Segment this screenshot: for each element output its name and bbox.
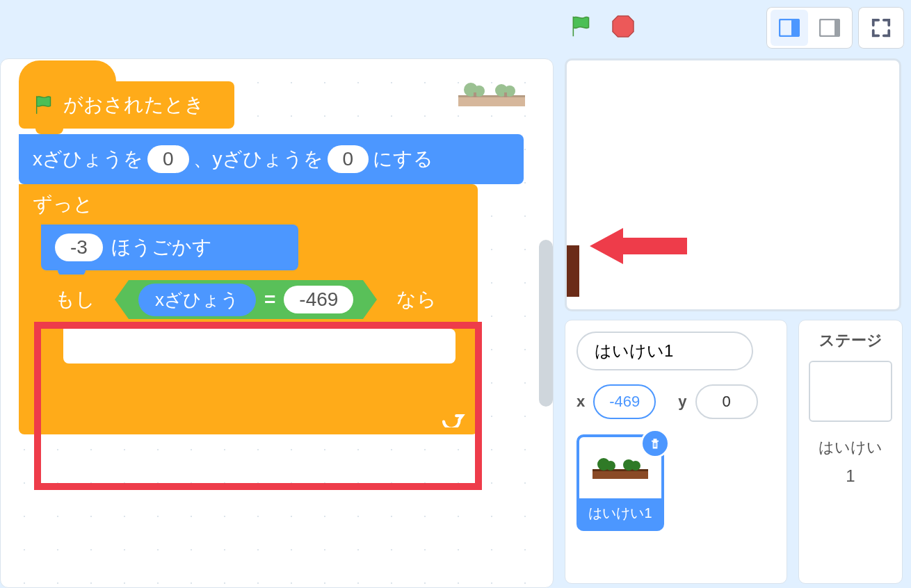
hat-label: がおされたとき [63,92,204,118]
svg-marker-0 [613,16,634,37]
if-prefix: もし [55,286,95,313]
svg-point-19 [606,461,615,471]
small-stage-button[interactable] [771,10,808,46]
goto-x-input[interactable]: 0 [147,145,189,173]
goto-xy-block[interactable]: xざひょうを 0 、yざひょうを 0 にする [19,134,524,184]
stage-thumbnail[interactable] [809,361,892,422]
fullscreen-button[interactable] [862,10,900,46]
sprite-tile[interactable]: はいけい1 [577,434,664,531]
svg-rect-14 [654,443,654,447]
sprite-x-label: x [577,393,585,411]
stage-sprite-fragment [565,245,579,297]
green-flag-icon[interactable] [569,13,595,43]
code-canvas[interactable]: がおされたとき xざひょうを 0 、yざひょうを 0 にする ずっと -3 ほう… [1,59,553,587]
svg-rect-16 [592,471,648,479]
goto-prefix: xざひょうを [33,146,143,172]
loop-arrow-icon [442,408,465,430]
move-steps-block[interactable]: -3 ほうごかす [41,224,298,270]
empty-block-slot[interactable] [63,329,456,364]
goto-mid: 、yざひょうを [193,146,323,172]
x-position-reporter[interactable]: xざひょう [138,284,256,316]
sprite-y-label: y [678,393,686,411]
if-block[interactable]: もし xざひょう = -469 なら [41,275,472,401]
backdrop-count: 1 [809,466,892,486]
run-controls [569,13,636,43]
stop-icon[interactable] [611,14,636,42]
code-scrollbar[interactable] [539,240,553,407]
sprite-tile-label: はいけい1 [579,498,661,528]
stage-size-controls [766,7,904,49]
when-flag-clicked-block[interactable]: がおされたとき [19,81,234,129]
stage-title: ステージ [809,330,892,351]
svg-rect-15 [655,443,656,447]
forever-block[interactable]: ずっと -3 ほうごかす もし xざひょう = [19,184,478,434]
delete-sprite-button[interactable] [640,429,670,458]
backdrop-label: はいけい [809,437,892,458]
goto-suffix: にする [373,146,433,172]
goto-y-input[interactable]: 0 [328,145,369,173]
if-suffix: なら [396,286,437,313]
move-steps-input[interactable]: -3 [55,234,103,261]
equals-operator[interactable]: xざひょう = -469 [129,280,363,319]
sprite-name-input[interactable] [577,332,753,370]
op-label: = [264,288,275,311]
block-stack[interactable]: がおされたとき xざひょうを 0 、yざひょうを 0 にする ずっと -3 ほう… [19,81,524,434]
svg-rect-2 [791,19,799,36]
sprite-x-input[interactable]: -469 [593,384,656,419]
sprite-y-input[interactable]: 0 [695,384,758,419]
sprite-info-panel: x -469 y 0 はいけい1 [565,320,787,584]
svg-point-21 [631,461,640,471]
forever-label: ずっと [33,191,93,218]
top-bar [0,0,911,57]
stage-selector-panel: ステージ はいけい 1 [798,320,903,584]
code-area: がおされたとき xざひょうを 0 、yざひょうを 0 にする ずっと -3 ほう… [0,58,554,588]
svg-rect-4 [835,19,839,36]
large-stage-button[interactable] [811,10,848,46]
move-label: ほうごかす [111,234,212,261]
stage-view[interactable] [565,58,901,311]
equals-value-input[interactable]: -469 [284,286,353,313]
